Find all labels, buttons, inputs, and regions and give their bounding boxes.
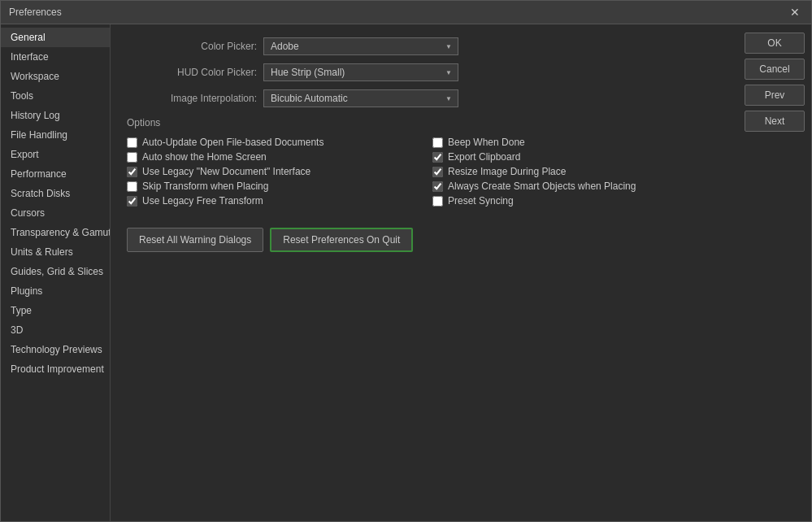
color-picker-row: Color Picker: Adobe [127, 37, 722, 55]
close-button[interactable]: ✕ [787, 6, 803, 19]
checkbox-col2-1[interactable] [432, 152, 443, 163]
checkbox-row-col2-4: Preset Syncing [432, 194, 722, 208]
checkbox-col1-1[interactable] [127, 152, 137, 163]
sidebar-item-history-log[interactable]: History Log [1, 106, 110, 125]
sidebar-item-guides-grid--slices[interactable]: Guides, Grid & Slices [1, 262, 110, 281]
image-interpolation-row: Image Interpolation: Bicubic Automatic [127, 89, 722, 107]
sidebar: GeneralInterfaceWorkspaceToolsHistory Lo… [1, 24, 111, 521]
options-section-label: Options [127, 117, 722, 128]
checkbox-col2-0[interactable] [432, 137, 443, 148]
checkbox-row-col1-3: Skip Transform when Placing [127, 179, 416, 194]
right-buttons-panel: OK Cancel Prev Next [738, 24, 811, 521]
checkbox-label-col2-0: Beep When Done [448, 137, 525, 148]
checkbox-row-col1-4: Use Legacy Free Transform [127, 194, 416, 208]
hud-color-picker-select[interactable]: Hue Strip (Small) [263, 63, 458, 81]
hud-color-picker-select-wrapper: Hue Strip (Small) [263, 63, 458, 81]
bottom-buttons: Reset All Warning Dialogs Reset Preferen… [127, 228, 722, 252]
checkbox-row-col2-3: Always Create Smart Objects when Placing [432, 179, 722, 194]
sidebar-item-cursors[interactable]: Cursors [1, 203, 110, 223]
color-picker-select-wrapper: Adobe [263, 37, 458, 55]
title-bar: Preferences ✕ [1, 1, 811, 24]
options-col2: Beep When DoneExport ClipboardResize Ima… [432, 135, 722, 208]
checkbox-col1-3[interactable] [127, 181, 137, 192]
image-interpolation-label: Image Interpolation: [127, 93, 257, 104]
checkbox-label-col1-3: Skip Transform when Placing [142, 181, 268, 192]
color-picker-select[interactable]: Adobe [263, 37, 458, 55]
sidebar-item-export[interactable]: Export [1, 145, 110, 164]
sidebar-item-general[interactable]: General [1, 28, 110, 47]
sidebar-item-workspace[interactable]: Workspace [1, 67, 110, 86]
checkbox-col2-4[interactable] [432, 196, 443, 207]
checkbox-row-col2-0: Beep When Done [432, 135, 722, 150]
sidebar-item-performance[interactable]: Performance [1, 164, 110, 184]
checkbox-row-col2-2: Resize Image During Place [432, 164, 722, 179]
options-grid: Auto-Update Open File-based DocumentsAut… [127, 135, 722, 208]
image-interpolation-select-wrapper: Bicubic Automatic [263, 89, 458, 107]
hud-color-picker-label: HUD Color Picker: [127, 67, 257, 78]
sidebar-item-interface[interactable]: Interface [1, 47, 110, 67]
checkbox-label-col2-2: Resize Image During Place [448, 166, 566, 177]
sidebar-item-tools[interactable]: Tools [1, 86, 110, 106]
ok-button[interactable]: OK [745, 33, 805, 54]
checkbox-col1-2[interactable] [127, 167, 137, 177]
checkbox-col1-4[interactable] [127, 196, 137, 207]
sidebar-item-3d[interactable]: 3D [1, 320, 110, 340]
sidebar-item-product-improvement[interactable]: Product Improvement [1, 359, 110, 379]
sidebar-item-units--rulers[interactable]: Units & Rulers [1, 242, 110, 262]
color-picker-label: Color Picker: [127, 41, 257, 52]
checkbox-label-col2-4: Preset Syncing [448, 195, 514, 207]
options-col1: Auto-Update Open File-based DocumentsAut… [127, 135, 416, 208]
prev-button[interactable]: Prev [745, 85, 805, 106]
cancel-button[interactable]: Cancel [745, 59, 805, 80]
checkbox-label-col2-1: Export Clipboard [448, 151, 520, 163]
checkbox-label-col2-3: Always Create Smart Objects when Placing [448, 181, 636, 192]
checkbox-label-col1-1: Auto show the Home Screen [142, 151, 267, 163]
checkbox-label-col1-0: Auto-Update Open File-based Documents [142, 137, 323, 148]
checkbox-row-col2-1: Export Clipboard [432, 150, 722, 164]
sidebar-item-transparency--gamut[interactable]: Transparency & Gamut [1, 223, 110, 242]
checkbox-col2-3[interactable] [432, 181, 443, 192]
sidebar-item-type[interactable]: Type [1, 301, 110, 320]
reset-prefs-button[interactable]: Reset Preferences On Quit [270, 228, 413, 252]
hud-color-picker-row: HUD Color Picker: Hue Strip (Small) [127, 63, 722, 81]
checkbox-row-col1-0: Auto-Update Open File-based Documents [127, 135, 416, 150]
reset-warnings-button[interactable]: Reset All Warning Dialogs [127, 228, 263, 252]
sidebar-item-file-handling[interactable]: File Handling [1, 125, 110, 145]
checkbox-row-col1-2: Use Legacy "New Document" Interface [127, 164, 416, 179]
sidebar-item-plugins[interactable]: Plugins [1, 281, 110, 301]
image-interpolation-select[interactable]: Bicubic Automatic [263, 89, 458, 107]
sidebar-item-scratch-disks[interactable]: Scratch Disks [1, 184, 110, 203]
checkbox-label-col1-2: Use Legacy "New Document" Interface [142, 166, 310, 177]
sidebar-item-technology-previews[interactable]: Technology Previews [1, 340, 110, 359]
checkbox-label-col1-4: Use Legacy Free Transform [142, 195, 263, 207]
checkbox-col2-2[interactable] [432, 167, 443, 177]
next-button[interactable]: Next [745, 111, 805, 132]
preferences-dialog: Preferences ✕ GeneralInterfaceWorkspaceT… [0, 0, 812, 522]
checkbox-row-col1-1: Auto show the Home Screen [127, 150, 416, 164]
checkbox-col1-0[interactable] [127, 137, 137, 148]
main-content: Color Picker: Adobe HUD Color Picker: Hu… [111, 24, 738, 521]
dialog-body: GeneralInterfaceWorkspaceToolsHistory Lo… [1, 24, 811, 521]
dialog-title: Preferences [9, 7, 62, 18]
